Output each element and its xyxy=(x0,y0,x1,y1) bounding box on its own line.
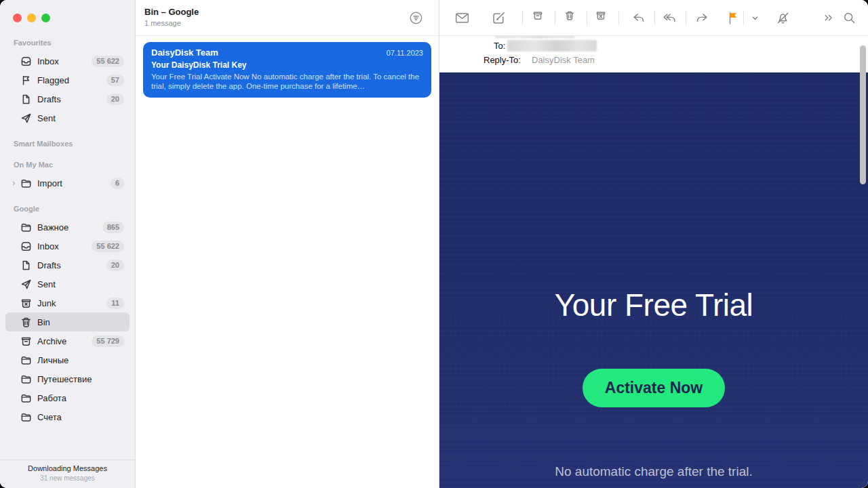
close-window-button[interactable] xyxy=(13,14,22,22)
compose-icon[interactable] xyxy=(490,9,507,26)
reply-icon[interactable] xyxy=(629,9,647,26)
sidebar-item-label: Важное xyxy=(37,222,102,232)
junk-icon[interactable] xyxy=(594,9,612,26)
toolbar-separator xyxy=(743,11,744,25)
sidebar-item-счета[interactable]: Счета xyxy=(5,407,130,426)
chevron-right-icon[interactable] xyxy=(10,178,20,188)
junk-icon xyxy=(20,298,32,309)
reader-column: To: Reply-To: DaisyDisk Team Your Free T… xyxy=(439,0,868,488)
filter-icon[interactable] xyxy=(408,10,424,26)
toolbar-separator xyxy=(522,11,523,25)
chevron-spacer xyxy=(10,222,20,232)
traffic-lights xyxy=(13,14,50,22)
sent-icon xyxy=(20,113,32,124)
message-sender: DaisyDisk Team xyxy=(151,47,387,58)
status-new-messages-text: 31 new messages xyxy=(0,474,135,482)
chevron-spacer xyxy=(10,241,20,251)
trash-icon[interactable] xyxy=(563,9,580,26)
sidebar-item-drafts[interactable]: Drafts 20 xyxy=(5,256,130,274)
sidebar-item-важное[interactable]: Важное 865 xyxy=(5,218,130,237)
page-icon xyxy=(20,260,32,271)
mail-header: To: Reply-To: DaisyDisk Team xyxy=(439,36,868,73)
minimize-window-button[interactable] xyxy=(27,14,36,22)
sidebar-item-inbox[interactable]: Inbox 55 622 xyxy=(5,237,130,256)
reply-to-value[interactable]: DaisyDisk Team xyxy=(532,55,595,65)
redacted-sender-fragment xyxy=(495,36,575,38)
sidebar-item-label: Archive xyxy=(37,336,92,346)
sidebar-item-путешествие[interactable]: Путешествие xyxy=(5,369,130,388)
sidebar-item-sent[interactable]: Sent xyxy=(5,108,130,127)
sidebar-item-import[interactable]: Import 6 xyxy=(5,174,130,192)
sidebar-item-inbox[interactable]: Inbox 55 622 xyxy=(5,52,130,70)
message-date: 07.11.2023 xyxy=(387,49,423,57)
chevron-spacer xyxy=(10,279,20,289)
folder-icon xyxy=(20,373,32,385)
sidebar-section-label: Google xyxy=(14,204,135,214)
message-list-item[interactable]: DaisyDisk Team 07.11.2023 Your DaisyDisk… xyxy=(143,42,431,98)
sent-icon xyxy=(20,279,32,290)
chevron-spacer xyxy=(10,75,20,85)
sidebar-item-личные[interactable]: Личные xyxy=(5,350,130,369)
sidebar-item-sent[interactable]: Sent xyxy=(5,274,130,293)
unread-count-badge: 55 622 xyxy=(92,56,124,67)
flag-chevron-icon[interactable] xyxy=(746,9,764,26)
inbox-icon xyxy=(20,241,32,252)
chevron-spacer xyxy=(10,94,20,104)
folder-icon xyxy=(20,411,32,423)
activate-now-button[interactable]: Activate Now xyxy=(583,369,725,407)
mailbox-title: Bin – Google xyxy=(144,7,439,17)
sidebar-item-label: Drafts xyxy=(37,94,106,104)
get-mail-icon[interactable] xyxy=(453,9,471,26)
chevron-spacer xyxy=(10,336,20,346)
overflow-icon[interactable] xyxy=(819,9,837,26)
mail-window: Favourites Inbox 55 622 Flagged 57 Draft… xyxy=(0,0,868,488)
unread-count-badge: 865 xyxy=(102,222,124,233)
email-footnote: No automatic charge after the trial. xyxy=(439,464,868,479)
archive-icon[interactable] xyxy=(531,9,549,26)
reply-all-icon[interactable] xyxy=(660,9,678,26)
sidebar-item-label: Личные xyxy=(37,355,124,365)
sidebar-item-работа[interactable]: Работа xyxy=(5,388,130,407)
sidebar-item-label: Sent xyxy=(37,279,124,289)
forward-icon[interactable] xyxy=(693,9,711,26)
sidebar-item-bin[interactable]: Bin xyxy=(5,312,130,331)
chevron-spacer xyxy=(10,374,20,384)
chevron-spacer xyxy=(10,56,20,66)
toolbar xyxy=(439,0,868,36)
vertical-scrollbar[interactable] xyxy=(860,45,866,184)
flag-icon xyxy=(20,75,32,86)
sidebar-item-label: Sent xyxy=(37,113,124,123)
sidebar-item-archive[interactable]: Archive 55 729 xyxy=(5,331,130,350)
chevron-spacer xyxy=(10,393,20,403)
chevron-spacer xyxy=(10,298,20,308)
message-list-header: Bin – Google 1 message xyxy=(136,0,439,36)
sidebar-item-flagged[interactable]: Flagged 57 xyxy=(5,70,130,89)
sidebar-item-label: Inbox xyxy=(37,56,92,66)
unread-count-badge: 20 xyxy=(106,94,124,105)
sidebar-item-junk[interactable]: Junk 11 xyxy=(5,293,130,312)
archive-icon xyxy=(20,336,32,347)
flag-icon[interactable] xyxy=(724,9,742,26)
unread-count-badge: 57 xyxy=(106,75,124,86)
sidebar-section-label: Smart Mailboxes xyxy=(14,139,135,148)
chevron-spacer xyxy=(10,113,20,123)
sidebar-item-label: Junk xyxy=(37,298,106,308)
zoom-window-button[interactable] xyxy=(41,14,50,22)
reply-to-label: Reply-To: xyxy=(484,55,521,65)
message-subject: Your DaisyDisk Trial Key xyxy=(151,60,423,70)
mute-icon[interactable] xyxy=(774,9,791,26)
message-preview: Your Free Trial Activate Now No automati… xyxy=(151,72,423,91)
message-list: DaisyDisk Team 07.11.2023 Your DaisyDisk… xyxy=(136,36,439,104)
sidebar-sections: Favourites Inbox 55 622 Flagged 57 Draft… xyxy=(0,0,135,426)
search-icon[interactable] xyxy=(840,9,858,26)
sidebar-item-label: Import xyxy=(37,178,111,188)
sidebar: Favourites Inbox 55 622 Flagged 57 Draft… xyxy=(0,0,136,488)
chevron-spacer xyxy=(10,317,20,327)
sidebar-item-label: Flagged xyxy=(37,75,106,85)
sidebar-item-label: Работа xyxy=(37,393,124,403)
sidebar-section-label: Favourites xyxy=(14,38,135,47)
redacted-recipient xyxy=(507,40,597,52)
folder-icon xyxy=(20,354,32,366)
sidebar-item-drafts[interactable]: Drafts 20 xyxy=(5,89,130,108)
to-label: To: xyxy=(494,41,505,51)
